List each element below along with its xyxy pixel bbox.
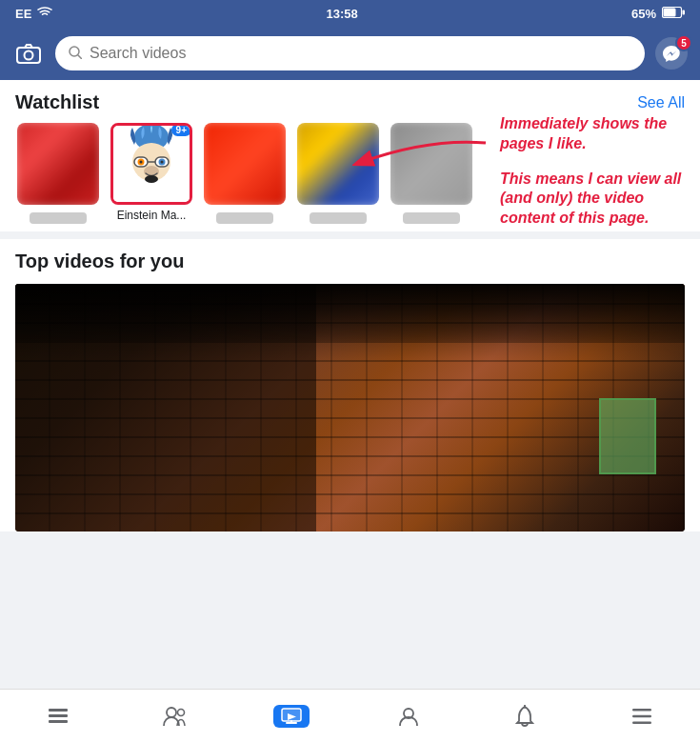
svg-point-15 — [161, 161, 164, 164]
search-bar[interactable] — [55, 36, 645, 70]
svg-point-17 — [145, 175, 158, 183]
annotation-arrow — [352, 133, 495, 181]
list-item[interactable] — [15, 123, 101, 224]
svg-point-13 — [140, 161, 143, 164]
section-header: Watchlist See All — [15, 91, 685, 113]
watchlist-thumb-einstein: 9+ — [110, 123, 192, 205]
svg-point-23 — [177, 709, 184, 715]
tab-menu[interactable] — [584, 690, 701, 742]
svg-rect-21 — [49, 720, 68, 723]
camera-icon[interactable] — [11, 36, 46, 70]
wifi-icon — [37, 7, 52, 21]
svg-rect-3 — [17, 48, 40, 63]
notification-badge: 9+ — [171, 124, 191, 136]
svg-line-6 — [78, 55, 82, 59]
tab-notifications[interactable] — [467, 690, 584, 742]
svg-rect-2 — [664, 8, 676, 16]
status-bar: EE 13:58 65% — [0, 0, 700, 27]
watch-tab-icon-bg — [273, 705, 310, 728]
battery-label: 65% — [631, 7, 656, 21]
svg-rect-1 — [683, 10, 686, 14]
watchlist-label-blur-5 — [403, 212, 460, 224]
top-videos-title: Top videos for you — [15, 251, 685, 272]
page-wrapper: EE 13:58 65% — [0, 0, 700, 689]
video-window — [599, 398, 656, 474]
svg-rect-29 — [632, 714, 651, 717]
search-icon — [69, 46, 82, 62]
status-time: 13:58 — [327, 7, 358, 21]
tab-watch[interactable] — [233, 690, 350, 742]
status-right: 65% — [631, 7, 685, 21]
annotation-text-1: Immediately shows the pages I like. — [500, 114, 700, 154]
svg-point-4 — [25, 51, 33, 60]
annotation-overlay: Immediately shows the pages I like. This… — [500, 114, 700, 229]
svg-rect-30 — [632, 721, 651, 724]
list-item[interactable]: 9+ — [109, 123, 194, 224]
tab-profile[interactable] — [350, 690, 468, 742]
svg-rect-25 — [282, 709, 301, 721]
svg-point-22 — [167, 708, 176, 717]
watchlist-thumb-1 — [17, 123, 99, 205]
video-dark-area — [15, 284, 316, 531]
battery-icon — [662, 7, 685, 21]
video-building-bg — [15, 284, 685, 531]
annotation-text-2: This means I can view all (and only) the… — [500, 170, 700, 229]
watchlist-label-einstein: Einstein Ma... — [110, 209, 192, 222]
svg-rect-28 — [632, 709, 651, 712]
messenger-button[interactable]: 5 — [654, 36, 689, 70]
watchlist-label-blur-1 — [30, 212, 87, 224]
sky-overlay — [15, 284, 685, 341]
header: 5 — [0, 27, 700, 80]
carrier-label: EE — [15, 7, 31, 21]
list-item[interactable] — [202, 123, 288, 224]
svg-rect-19 — [49, 709, 68, 712]
search-input[interactable] — [90, 45, 631, 62]
watchlist-label-blur-4 — [310, 212, 367, 224]
video-thumbnail[interactable] — [15, 284, 685, 531]
watchlist-label-blur-3 — [216, 212, 273, 224]
tab-bar — [0, 689, 700, 742]
messenger-badge: 5 — [675, 34, 692, 51]
svg-rect-20 — [49, 714, 68, 717]
watchlist-thumb-3 — [204, 123, 286, 205]
watchlist-title: Watchlist — [15, 91, 99, 113]
tab-feed[interactable] — [0, 690, 117, 742]
status-left: EE — [15, 7, 52, 21]
tab-friends[interactable] — [117, 690, 234, 742]
see-all-link[interactable]: See All — [637, 94, 685, 111]
top-videos-section: Top videos for you — [0, 239, 700, 531]
